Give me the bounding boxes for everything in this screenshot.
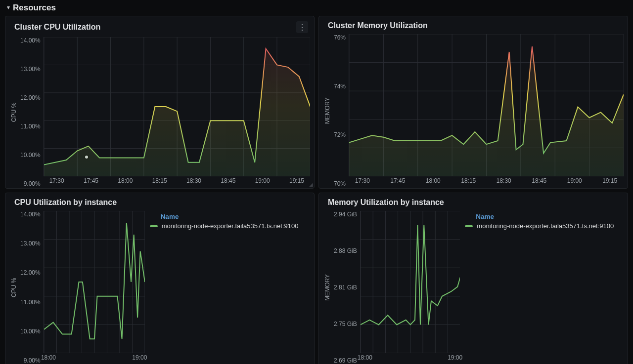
panel-cpu-by-instance[interactable]: CPU Utilization by instance CPU % 14.00%… [5,193,315,364]
y-axis-ticks: 2.94 GiB2.88 GiB2.81 GiB2.75 GiB2.69 GiB [332,211,360,364]
section-title: Resources [13,3,56,13]
panel-title: CPU Utilization by instance [14,198,117,207]
legend-swatch-icon [465,225,473,227]
chevron-down-icon: ▾ [7,4,10,11]
panel-cluster-cpu[interactable]: Cluster CPU Utilization ⋮ CPU % 14.00%13… [5,16,315,189]
y-axis-ticks: 14.00%13.00%12.00%11.00%10.00%9.00% [18,37,44,187]
panel-memory-by-instance[interactable]: Memory Utilization by instance MEMORY 2.… [318,193,628,364]
chart-plot-area[interactable] [44,211,145,353]
legend-header[interactable]: Name [476,213,624,220]
y-axis-label: MEMORY [323,34,332,187]
chart-plot-area[interactable] [44,37,310,176]
panel-title: Memory Utilization by instance [328,198,444,207]
legend-swatch-icon [150,225,158,227]
panel-title: Cluster CPU Utilization [14,23,100,32]
legend-header[interactable]: Name [161,213,310,220]
menu-dots-icon: ⋮ [298,23,306,32]
chart-plot-area[interactable] [360,211,460,353]
panel-title: Cluster Memory Utilization [328,21,428,30]
x-axis-ticks: 18:0019:00 [360,353,460,364]
section-header[interactable]: ▾ Resources [0,0,633,16]
x-axis-ticks: 18:0019:00 [44,353,145,364]
y-axis-label: MEMORY [323,211,332,364]
legend: Name monitoring-node-exporter.taila53571… [145,211,310,364]
y-axis-ticks: 14.00%13.00%12.00%11.00%10.00%9.00% [18,211,44,364]
x-axis-ticks: 17:3017:4518:0018:1518:3018:4519:0019:15 [44,176,310,187]
chart-plot-area[interactable] [349,34,624,176]
y-axis-label: CPU % [9,211,18,364]
x-axis-ticks: 17:3017:4518:0018:1518:3018:4519:0019:15 [349,176,624,187]
legend-item-label: monitoring-node-exporter.taila53571.ts.n… [162,222,299,230]
legend: Name monitoring-node-exporter.taila53571… [460,211,624,364]
y-axis-ticks: 76%74%72%70% [332,34,349,187]
panel-menu-button[interactable]: ⋮ [296,21,308,33]
legend-item-label: monitoring-node-exporter.taila53571.ts.n… [477,222,614,230]
legend-item[interactable]: monitoring-node-exporter.taila53571.ts.n… [465,222,624,230]
y-axis-label: CPU % [9,37,18,187]
panel-cluster-memory[interactable]: Cluster Memory Utilization MEMORY 76%74%… [318,16,628,189]
legend-item[interactable]: monitoring-node-exporter.taila53571.ts.n… [150,222,310,230]
panel-grid: Cluster CPU Utilization ⋮ CPU % 14.00%13… [0,16,633,364]
